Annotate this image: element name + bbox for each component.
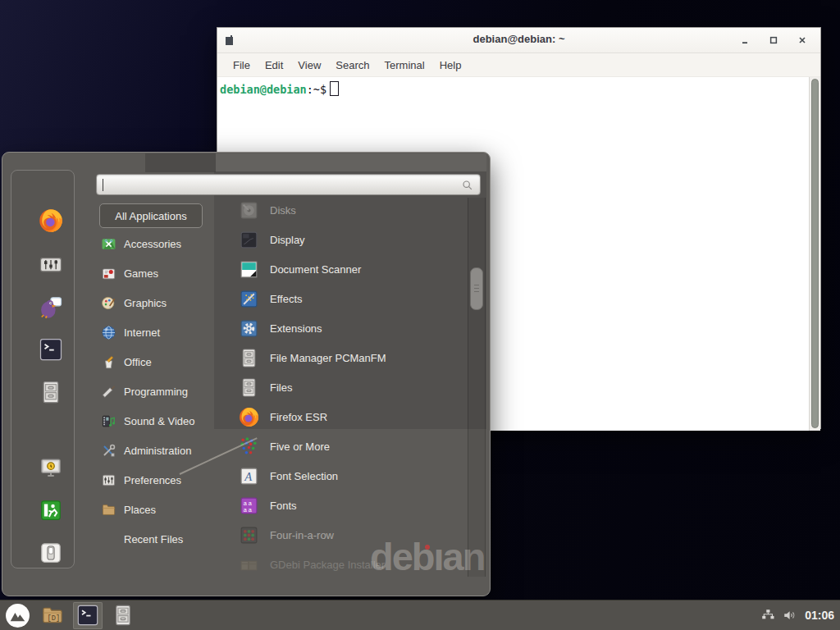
app-item-label: File Manager PCManFM [270, 352, 386, 364]
filter-all-applications-button[interactable]: All Applications [99, 203, 203, 228]
terminal-menubar: FileEditViewSearchTerminalHelp [217, 53, 820, 77]
effects-icon [239, 289, 259, 309]
graphics-icon [101, 295, 116, 311]
category-label: Programming [124, 386, 188, 398]
app-item-label: Font Selection [270, 470, 338, 482]
menubar-item-help[interactable]: Help [432, 56, 469, 75]
menubar-item-edit[interactable]: Edit [258, 56, 290, 75]
category-preferences[interactable]: Preferences [101, 465, 224, 495]
favorite-firefox-button[interactable] [39, 208, 63, 233]
menubar-item-file[interactable]: File [226, 56, 258, 75]
fonts-icon: a aa a [239, 495, 259, 516]
app-item-font-selection[interactable]: AFont Selection [239, 461, 468, 491]
category-label: Office [124, 356, 152, 368]
launcher-menu[interactable] [2, 602, 32, 629]
prompt-user-host: debian@debian [220, 83, 307, 96]
window-title: debian@debian: ~ [217, 33, 820, 45]
search-bar [96, 174, 481, 195]
favorites-column [11, 170, 75, 568]
search-icon [461, 179, 474, 192]
category-internet[interactable]: Internet [101, 317, 224, 347]
app-item-effects[interactable]: Effects [239, 284, 468, 313]
svg-text:a a: a a [244, 505, 253, 513]
search-input[interactable] [102, 176, 454, 193]
app-item-label: Extensions [270, 322, 322, 335]
close-button[interactable] [797, 35, 807, 45]
favorite-control-center-button[interactable] [39, 252, 63, 276]
menubar-item-search[interactable]: Search [328, 56, 377, 75]
menu-shading [216, 153, 486, 171]
scanner-icon [239, 259, 259, 280]
app-item-extensions[interactable]: Extensions [239, 313, 468, 343]
office-icon [101, 354, 116, 370]
disks-icon [239, 200, 259, 221]
category-label: Preferences [124, 474, 181, 486]
category-graphics[interactable]: Graphics [101, 288, 224, 317]
cabinet-icon [239, 348, 259, 368]
app-item-files[interactable]: Files [239, 372, 468, 402]
launcher-files[interactable] [108, 602, 138, 629]
admin-icon [101, 443, 116, 459]
menu-shading [145, 153, 216, 172]
app-item-gdebi-package-installer[interactable]: GDebi Package Installer [239, 550, 468, 579]
favorite-logout-button[interactable] [39, 498, 63, 523]
app-item-four-in-a-row[interactable]: Four-in-a-row [239, 520, 468, 550]
network-icon[interactable] [760, 608, 775, 623]
app-item-fonts[interactable]: a aa aFonts [239, 491, 468, 520]
favorite-file-manager-button[interactable] [39, 380, 63, 404]
launcher-terminal-active[interactable] [73, 602, 103, 629]
favorite-screensaver-button[interactable] [39, 455, 63, 480]
app-item-label: Four-in-a-row [270, 529, 334, 541]
app-item-firefox-esr[interactable]: Firefox ESR [239, 402, 468, 431]
favorite-pidgin-button[interactable] [39, 294, 63, 319]
category-office[interactable]: Office [101, 347, 224, 377]
terminal-titlebar[interactable]: debian@debian: ~ [217, 28, 820, 53]
application-menu: debıan All Applications AccessoriesGames… [2, 152, 491, 596]
menubar-item-view[interactable]: View [290, 56, 328, 75]
category-list: AccessoriesGamesGraphicsInternetOfficePr… [101, 229, 224, 554]
category-label: Sound & Video [124, 415, 195, 427]
menu-scrollbar-thumb[interactable] [470, 267, 483, 310]
menu-scrollbar[interactable] [468, 198, 486, 577]
category-places[interactable]: Places [101, 495, 224, 524]
app-item-label: GDebi Package Installer [270, 559, 385, 571]
taskbar-launchers: [D] [0, 602, 138, 629]
sound-icon [101, 413, 116, 429]
terminal-scrollbar[interactable] [809, 77, 820, 431]
extensions-icon [239, 318, 259, 339]
app-item-file-manager-pcmanfm[interactable]: File Manager PCManFM [239, 343, 468, 372]
category-accessories[interactable]: Accessories [101, 229, 224, 258]
fontsel-icon: A [239, 466, 259, 486]
maximize-button[interactable] [769, 35, 778, 45]
category-games[interactable]: Games [101, 258, 224, 288]
terminal-prompt: debian@debian:~$ [220, 81, 339, 96]
display-icon [239, 230, 259, 250]
text-caret [103, 179, 103, 191]
favorite-terminal-button[interactable] [39, 337, 63, 362]
category-programming[interactable]: Programming [101, 377, 224, 406]
clock[interactable]: 01:06 [805, 609, 834, 622]
menubar-item-terminal[interactable]: Terminal [377, 56, 432, 75]
terminal-scrollbar-thumb[interactable] [811, 79, 819, 428]
volume-icon[interactable] [783, 608, 797, 623]
app-item-display[interactable]: Display [239, 225, 468, 254]
minimize-button[interactable] [740, 35, 750, 45]
file-manager-icon: [D] [41, 604, 64, 627]
terminal-icon [76, 604, 99, 627]
category-label: Administration [124, 445, 191, 457]
svg-text:A: A [244, 470, 252, 483]
favorite-shutdown-button[interactable] [39, 541, 63, 565]
cabinet-icon [239, 377, 259, 398]
app-item-label: Five or More [270, 441, 330, 453]
svg-text:[D]: [D] [48, 614, 61, 623]
category-recent-files[interactable]: Recent Files [101, 524, 224, 554]
category-label: Graphics [124, 297, 167, 309]
app-item-document-scanner[interactable]: Document Scanner [239, 254, 468, 284]
app-item-label: Display [270, 234, 305, 246]
launcher-file-manager[interactable]: [D] [38, 602, 67, 629]
app-item-five-or-more[interactable]: Five or More [239, 431, 468, 461]
app-item-disks[interactable]: Disks [239, 195, 468, 225]
category-label: Games [124, 267, 158, 280]
category-label: Accessories [124, 238, 181, 250]
category-sound-video[interactable]: Sound & Video [101, 406, 224, 436]
